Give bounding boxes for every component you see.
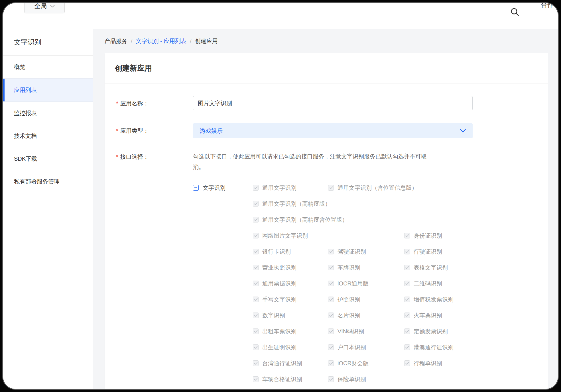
interface-option-label: 护照识别 <box>338 296 360 303</box>
topbar-partial-text: 合作 <box>541 2 554 9</box>
checkbox-checked-disabled-icon <box>253 265 259 270</box>
interface-option: 港澳通行证识别 <box>404 339 454 355</box>
interface-option-label: 网络图片文字识别 <box>262 232 308 240</box>
checkbox-indeterminate-icon[interactable] <box>193 185 199 191</box>
interface-option: iOCR通用版 <box>328 275 369 291</box>
interface-tree: 文字识别 通用文字识别通用文字识别（含位置信息版）通用文字识别（高精度版）通用文… <box>193 180 548 388</box>
interface-option: 定额发票识别 <box>404 323 448 339</box>
checkbox-checked-disabled-icon <box>404 328 410 334</box>
interface-option: 手写文字识别 <box>253 291 296 307</box>
checkbox-checked-disabled-icon <box>404 233 410 238</box>
region-selector[interactable]: 全局 <box>24 2 65 13</box>
app-name-label: *应用名称： <box>116 96 193 110</box>
interface-option-label: 通用文字识别（高精度含位置版） <box>262 216 348 224</box>
interface-group[interactable]: 文字识别 <box>193 180 253 196</box>
interface-option-label: 通用文字识别（含位置信息版） <box>338 184 417 192</box>
interface-option: 出租车票识别 <box>253 323 296 339</box>
interface-option-label: 手写文字识别 <box>262 296 296 303</box>
interface-option: 通用票据识别 <box>253 275 296 291</box>
page-title: 创建新应用 <box>115 63 152 73</box>
interface-option-label: 二维码识别 <box>414 280 442 287</box>
interface-option-label: 车牌识别 <box>338 264 360 271</box>
interface-option-label: 通用票据识别 <box>262 280 296 287</box>
interface-option-label: 车辆合格证识别 <box>262 375 302 383</box>
checkbox-checked-disabled-icon <box>253 233 259 238</box>
card-header: 创建新应用 <box>105 53 548 83</box>
interface-option: 火车票识别 <box>404 307 442 323</box>
interface-label: *接口选择： <box>116 151 193 388</box>
required-asterisk: * <box>116 154 118 160</box>
search-icon[interactable] <box>510 7 520 17</box>
interface-option-label: 银行卡识别 <box>262 248 291 256</box>
interface-option: 行程单识别 <box>404 355 442 371</box>
interface-option-label: VIN码识别 <box>338 328 364 335</box>
sidebar: 文字识别 概览应用列表监控报表技术文档SDK下载私有部署服务管理 <box>3 29 93 389</box>
create-app-form: *应用名称： *应用类型： 游戏娱乐 <box>105 83 548 389</box>
app-type-select[interactable]: 游戏娱乐 <box>193 123 473 138</box>
checkbox-checked-disabled-icon <box>328 360 334 366</box>
chevron-down-icon <box>50 5 55 8</box>
interface-option-label: 行程单识别 <box>414 360 442 367</box>
breadcrumb-item: 创建应用 <box>195 37 218 45</box>
device-frame: 全局 合作 文字识别 概览应用列表监控报表技术文档SDK下载私有部署服务管理 产… <box>0 0 561 392</box>
interface-option: 增值税发票识别 <box>404 291 454 307</box>
interface-option: 通用文字识别（高精度版） <box>253 196 331 212</box>
sidebar-item-default[interactable]: 私有部署服务管理 <box>3 170 93 193</box>
interface-options-grid: 通用文字识别通用文字识别（含位置信息版）通用文字识别（高精度版）通用文字识别（高… <box>253 180 548 388</box>
interface-option-label: 出生证明识别 <box>262 344 296 351</box>
checkbox-checked-disabled-icon <box>253 185 259 191</box>
interface-option-label: iOCR财会版 <box>338 360 369 367</box>
interface-option: 护照识别 <box>328 291 360 307</box>
required-asterisk: * <box>116 100 118 107</box>
checkbox-checked-disabled-icon <box>404 360 410 366</box>
interface-group-label: 文字识别 <box>203 184 225 192</box>
sidebar-item-default[interactable]: 技术文档 <box>3 124 93 147</box>
checkbox-checked-disabled-icon <box>404 297 410 302</box>
interface-option: VIN码识别 <box>328 323 364 339</box>
checkbox-checked-disabled-icon <box>404 344 410 350</box>
app-type-label: *应用类型： <box>116 123 193 138</box>
checkbox-checked-disabled-icon <box>328 185 334 191</box>
interface-option-label: 营业执照识别 <box>262 264 296 271</box>
interface-description: 勾选以下接口，使此应用可以请求已勾选的接口服务，注意文字识别服务已默认勾选并不可… <box>193 151 431 172</box>
interface-option-label: 通用文字识别 <box>262 184 296 192</box>
interface-option: 名片识别 <box>328 307 360 323</box>
interface-option: 通用文字识别（含位置信息版） <box>328 180 417 196</box>
interface-option: 银行卡识别 <box>253 244 291 260</box>
interface-control: 勾选以下接口，使此应用可以请求已勾选的接口服务，注意文字识别服务已默认勾选并不可… <box>193 151 548 388</box>
checkbox-checked-disabled-icon <box>253 313 259 318</box>
checkbox-checked-disabled-icon <box>404 281 410 286</box>
interface-option: 保险单识别 <box>328 371 366 387</box>
checkbox-checked-disabled-icon <box>253 344 259 350</box>
interface-option: 车辆合格证识别 <box>253 371 302 387</box>
chevron-down-icon <box>460 129 466 133</box>
app-name-row: *应用名称： <box>116 96 548 110</box>
app-name-input[interactable] <box>193 96 473 110</box>
sidebar-item-default[interactable]: SDK下载 <box>3 147 93 170</box>
sidebar-item-selected[interactable]: 应用列表 <box>3 78 93 102</box>
checkbox-checked-disabled-icon <box>328 249 334 254</box>
interface-option: iOCR财会版 <box>328 355 369 371</box>
interface-option: 数字识别 <box>253 307 285 323</box>
breadcrumb-item[interactable]: 文字识别 - 应用列表 <box>136 37 187 45</box>
sidebar-item-default[interactable]: 监控报表 <box>3 102 93 124</box>
interface-option: 营业执照识别 <box>253 260 296 275</box>
interface-option-label: 身份证识别 <box>414 232 442 240</box>
checkbox-checked-disabled-icon <box>328 376 334 382</box>
interface-option-label: iOCR通用版 <box>338 280 369 287</box>
sidebar-item-default[interactable]: 概览 <box>3 56 93 78</box>
checkbox-checked-disabled-icon <box>404 249 410 254</box>
interface-option: 通用文字识别 <box>253 180 296 196</box>
region-selector-label: 全局 <box>34 2 47 11</box>
interface-row: *接口选择： 勾选以下接口，使此应用可以请求已勾选的接口服务，注意文字识别服务已… <box>116 151 548 388</box>
app-type-row: *应用类型： 游戏娱乐 <box>116 123 548 138</box>
checkbox-checked-disabled-icon <box>253 328 259 334</box>
breadcrumb-separator: / <box>131 38 133 44</box>
interface-option-label: 港澳通行证识别 <box>414 344 454 351</box>
interface-option-label: 名片识别 <box>338 312 360 319</box>
interface-option-label: 定额发票识别 <box>414 328 448 335</box>
breadcrumb-separator: / <box>190 38 192 44</box>
checkbox-checked-disabled-icon <box>253 217 259 222</box>
interface-option: 二维码识别 <box>404 275 442 291</box>
checkbox-checked-disabled-icon <box>253 360 259 366</box>
